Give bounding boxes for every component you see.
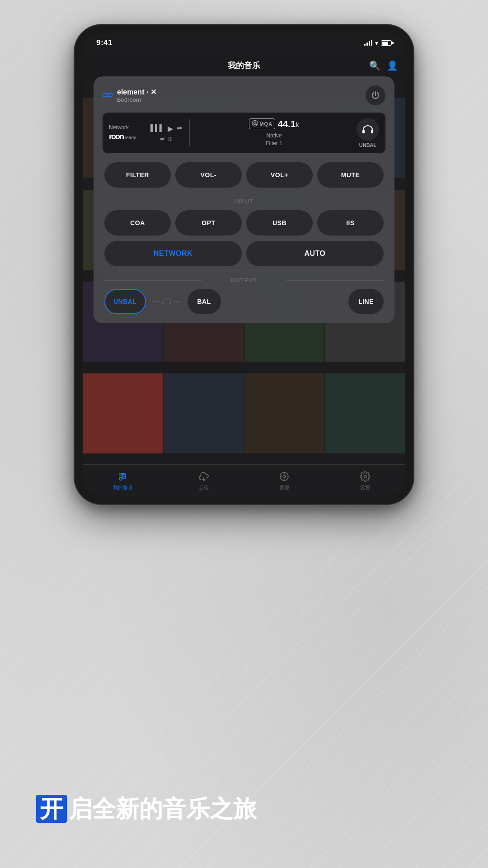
filter-button[interactable]: FILTER [104, 162, 171, 188]
album-cell [244, 373, 324, 453]
svg-rect-1 [371, 130, 373, 133]
roon-logo: roon ready [109, 132, 145, 142]
svg-rect-4 [119, 473, 125, 474]
controls-area: FILTER VOL- VOL+ MUTE INPUT COA OPT USB … [103, 162, 385, 314]
iis-button[interactable]: IIS [317, 210, 384, 236]
output-buttons: UNBAL BAL LINE [104, 289, 384, 314]
device-info: element · ✕ Bedroom [103, 88, 156, 103]
svg-rect-3 [169, 302, 171, 305]
app-background: 我的音乐 🔍 👤 [83, 53, 405, 496]
album-cell [325, 373, 405, 453]
bottom-text-section: 开启全新的音乐之旅 [36, 795, 452, 823]
input-section-label: INPUT [104, 198, 384, 205]
nav-my-music-label: 我的音乐 [113, 484, 133, 491]
power-button[interactable] [366, 85, 385, 105]
status-icons: ▾ [364, 39, 392, 47]
music-icon [117, 470, 129, 483]
bal-button[interactable]: BAL [188, 289, 221, 314]
opt-button[interactable]: OPT [175, 210, 242, 236]
nav-discover[interactable]: 发现 [244, 470, 325, 491]
network-auto-row: NETWORK AUTO [104, 241, 384, 266]
line-button[interactable]: LINE [348, 289, 384, 314]
status-time: 9:41 [96, 38, 113, 47]
signal-icon [364, 40, 372, 46]
coa-button[interactable]: COA [104, 210, 171, 236]
usb-icon: ⇌ [160, 136, 164, 142]
bottom-text: 开启全新的音乐之旅 [36, 795, 452, 823]
card-header: element · ✕ Bedroom [103, 85, 385, 105]
nav-cloud[interactable]: 云端 [164, 470, 244, 491]
output-section-label: OUTPUT [104, 277, 384, 283]
grid-icon: ⊞ [168, 136, 173, 142]
nav-my-music[interactable]: 我的音乐 [83, 470, 164, 491]
top-control-buttons: FILTER VOL- VOL+ MUTE [104, 162, 384, 188]
device-name-group: element · ✕ Bedroom [117, 88, 156, 103]
nav-settings-label: 设置 [360, 484, 370, 491]
album-cell [164, 373, 244, 453]
search-icon[interactable]: 🔍 [369, 60, 380, 71]
highlight-char: 开 [36, 795, 67, 823]
format-info: ⓐ MQA 44.1k NativeFilter 1 [197, 118, 351, 147]
phone-frame: 9:41 ▾ 我的音乐 🔍 👤 [75, 25, 413, 504]
unbal-button[interactable]: UNBAL [104, 289, 146, 314]
app-title: 我的音乐 [228, 60, 260, 71]
network-button[interactable]: NETWORK [104, 241, 242, 266]
wifi-icon: ▾ [375, 39, 378, 47]
play-icon[interactable]: ▶ [168, 124, 173, 133]
filter-label: NativeFilter 1 [266, 132, 282, 147]
svg-point-7 [123, 476, 126, 479]
mqa-badge: ⓐ MQA [249, 118, 275, 129]
user-icon[interactable]: 👤 [387, 60, 398, 71]
source-info: Network roon ready [109, 124, 145, 142]
headphone-icon [357, 118, 379, 141]
nav-settings[interactable]: 设置 [325, 470, 406, 491]
svg-rect-2 [162, 302, 164, 305]
svg-point-14 [364, 475, 366, 478]
app-header: 我的音乐 🔍 👤 [83, 53, 405, 78]
mqa-text: MQA [259, 121, 272, 127]
mqa-aa-icon: ⓐ [252, 120, 258, 128]
svg-point-9 [283, 475, 286, 478]
device-location: Bedroom [117, 96, 156, 103]
nav-cloud-label: 云端 [199, 484, 209, 491]
input-buttons: COA OPT USB IIS [104, 210, 384, 236]
vol-up-button[interactable]: VOL+ [246, 162, 313, 188]
vol-down-button[interactable]: VOL- [175, 162, 242, 188]
output-label: UNBAL [359, 142, 377, 148]
battery-icon [381, 40, 392, 46]
status-bar: 9:41 ▾ [83, 33, 405, 53]
mute-button[interactable]: MUTE [317, 162, 384, 188]
source-icons: ⇌ ⊞ [160, 136, 173, 142]
playback-icons: ▌▌▌ ▶ ⇌ ⇌ ⊞ [150, 124, 182, 142]
nav-discover-label: 发现 [279, 484, 289, 491]
np-divider [189, 119, 190, 146]
cloud-icon [197, 470, 210, 483]
phone-screen: 9:41 ▾ 我的音乐 🔍 👤 [83, 33, 405, 496]
sample-rate: 44.1k [278, 119, 299, 129]
playback-controls: ▌▌▌ ▶ ⇌ [150, 124, 182, 133]
svg-rect-0 [362, 130, 365, 133]
overlay-card: element · ✕ Bedroom Network [94, 76, 394, 323]
headphone-out-indicator [150, 297, 183, 306]
discover-icon [278, 470, 291, 483]
now-playing-bar: Network roon ready ▌▌▌ ▶ [103, 113, 385, 153]
settings-icon [359, 470, 371, 483]
source-label: Network [109, 124, 145, 131]
album-cell [83, 373, 163, 453]
usb-button[interactable]: USB [246, 210, 313, 236]
rest-text: 启全新的音乐之旅 [69, 795, 257, 823]
shuffle-icon[interactable]: ⇌ [177, 124, 182, 133]
auto-button[interactable]: AUTO [246, 241, 384, 266]
bottom-nav: 我的音乐 云端 [83, 464, 405, 496]
device-name: element · ✕ [117, 88, 156, 96]
audio-format: ⓐ MQA 44.1k [249, 118, 299, 129]
output-indicator: UNBAL [357, 118, 379, 148]
link-icon [103, 90, 113, 101]
waveform-icon: ▌▌▌ [150, 124, 164, 133]
